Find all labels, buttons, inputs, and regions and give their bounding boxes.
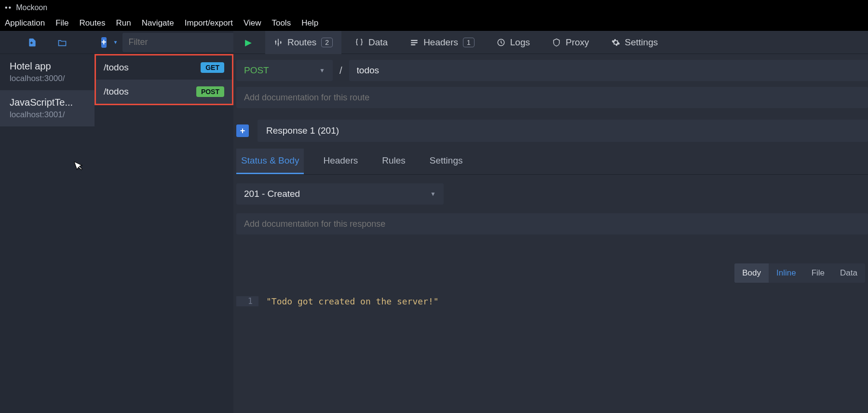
history-icon: [497, 38, 505, 47]
tab-resp-settings[interactable]: Settings: [425, 149, 468, 174]
environment-url: localhost:3001/: [10, 110, 85, 120]
main-panel: ▶ Routes 2 Data Headers 1 Logs Proxy: [233, 31, 868, 413]
method-badge-get: GET: [201, 62, 224, 73]
new-environment-icon[interactable]: [27, 37, 38, 48]
code-text: "Todo got created on the server!": [258, 296, 439, 306]
svg-rect-3: [411, 40, 418, 41]
body-mode-label: Body: [734, 263, 769, 283]
environment-name: Hotel app: [10, 61, 85, 72]
route-path: /todos: [104, 62, 129, 73]
titlebar: •• Mockoon: [0, 0, 868, 15]
method-badge-post: POST: [196, 86, 224, 97]
svg-point-1: [278, 43, 279, 44]
response-selector[interactable]: Response 1 (201): [258, 120, 868, 142]
environment-item[interactable]: Hotel app localhost:3000/: [0, 54, 95, 90]
tab-routes[interactable]: Routes 2: [265, 31, 341, 54]
svg-rect-4: [411, 42, 418, 43]
tab-status-body[interactable]: Status & Body: [236, 149, 304, 174]
menu-help[interactable]: Help: [301, 18, 318, 28]
menu-application[interactable]: Application: [5, 18, 45, 28]
body-editor[interactable]: 1 "Todo got created on the server!": [236, 296, 868, 306]
route-doc-input[interactable]: [236, 87, 868, 108]
braces-icon: [355, 38, 364, 47]
route-item[interactable]: /todos POST: [96, 80, 232, 104]
add-response-button[interactable]: +: [236, 124, 249, 137]
menu-run[interactable]: Run: [116, 18, 131, 28]
routes-filter-input[interactable]: [122, 33, 246, 52]
open-environment-icon[interactable]: [57, 37, 68, 48]
routes-count-badge: 2: [321, 38, 333, 47]
add-route-button[interactable]: +: [101, 37, 107, 48]
http-method-select[interactable]: POST ▼: [236, 60, 333, 81]
add-route-dropdown-icon[interactable]: ▼: [113, 40, 118, 45]
window-controls: ••: [5, 3, 12, 12]
environment-url: localhost:3000/: [10, 74, 85, 83]
gear-icon: [611, 38, 620, 47]
route-path: /todos: [104, 86, 129, 97]
tab-settings[interactable]: Settings: [603, 31, 667, 54]
response-tabs: Status & Body Headers Rules Settings: [236, 149, 868, 175]
tab-rules[interactable]: Rules: [377, 149, 410, 174]
shield-icon: [552, 38, 561, 47]
body-mode-bar: Body Inline File Data: [236, 263, 868, 283]
body-mode-file[interactable]: File: [804, 263, 832, 283]
route-path-input[interactable]: [349, 60, 868, 81]
menu-routes[interactable]: Routes: [80, 18, 106, 28]
env-toolbar: [0, 31, 95, 54]
tab-resp-headers[interactable]: Headers: [318, 149, 363, 174]
environment-name: JavaScriptTe...: [10, 97, 85, 108]
routes-toolbar: + ▼: [95, 31, 233, 54]
menu-tools[interactable]: Tools: [271, 18, 291, 28]
menu-file[interactable]: File: [55, 18, 68, 28]
window-title: Mockoon: [16, 3, 47, 12]
status-code-select[interactable]: 201 - Created ▼: [236, 183, 444, 205]
svg-point-0: [275, 41, 276, 42]
menu-import[interactable]: Import/export: [185, 18, 233, 28]
routes-list-highlight: /todos GET /todos POST: [95, 54, 233, 105]
tab-proxy[interactable]: Proxy: [543, 31, 598, 54]
tab-headers[interactable]: Headers 1: [401, 31, 483, 54]
chevron-down-icon: ▼: [430, 191, 436, 197]
sliders-icon: [274, 38, 283, 47]
routes-sidebar: + ▼ /todos GET /todos POST: [95, 31, 233, 413]
menu-view[interactable]: View: [244, 18, 261, 28]
run-server-button[interactable]: ▶: [236, 37, 260, 48]
body-mode-inline[interactable]: Inline: [769, 263, 804, 283]
body-mode-data[interactable]: Data: [832, 263, 865, 283]
chevron-down-icon: ▼: [319, 67, 325, 74]
main-tabs: ▶ Routes 2 Data Headers 1 Logs Proxy: [233, 31, 868, 54]
svg-point-2: [280, 41, 282, 43]
environments-sidebar: Hotel app localhost:3000/ JavaScriptTe..…: [0, 31, 95, 413]
route-item[interactable]: /todos GET: [96, 55, 232, 80]
tab-data[interactable]: Data: [346, 31, 396, 54]
list-icon: [410, 38, 419, 47]
line-number: 1: [236, 296, 258, 306]
response-doc-input[interactable]: [236, 213, 868, 234]
headers-count-badge: 1: [463, 38, 475, 47]
tab-logs[interactable]: Logs: [488, 31, 539, 54]
menu-navigate[interactable]: Navigate: [142, 18, 174, 28]
menubar: Application File Routes Run Navigate Imp…: [0, 15, 868, 31]
svg-rect-5: [411, 44, 415, 45]
environment-item[interactable]: JavaScriptTe... localhost:3001/: [0, 90, 95, 126]
path-separator: /: [339, 65, 342, 76]
route-editor: POST ▼ / + Response 1 (201) Status & Bod…: [233, 54, 868, 306]
